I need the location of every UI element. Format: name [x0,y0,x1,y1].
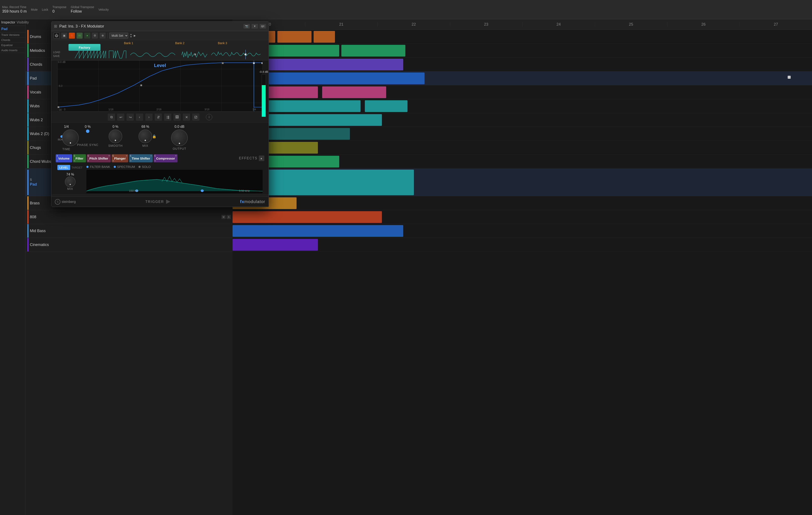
timeline-num-21: 21 [305,22,378,27]
preset-area: LOAD SAVE Factory Bank 1 Bank 2 Bank 3 [51,40,269,60]
effect-compressor-btn[interactable]: E ✕ Compressor S [154,154,177,162]
reset-btn[interactable]: ✕ [183,114,190,121]
timeline-num-24: 24 [522,22,595,27]
visibility-tab[interactable]: Visibility [17,21,29,24]
timeshifter-prefix: E [130,155,132,157]
next-tool-btn[interactable]: › [145,114,152,121]
inspector-chords[interactable]: Chords [0,37,25,43]
arr-block[interactable] [233,225,403,237]
compressor-close[interactable]: ✕ [175,155,177,157]
level-meter-container: -0.4 dB [259,70,269,125]
toolbar-btn-2[interactable]: ▣ [61,33,67,38]
waveform-preview-svg [58,50,263,59]
arr-track-chugs [233,141,812,155]
steinberg-icon: S [55,199,60,205]
arr-block[interactable] [233,239,318,251]
smooth-knob[interactable] [109,130,122,143]
mix-knob[interactable] [139,130,152,143]
flanger-close[interactable]: ✕ [126,155,127,157]
inspector-tab[interactable]: Inspector [1,21,16,24]
time-knob-dot [69,142,71,144]
x-label-2-16: 2/16 [156,108,161,111]
multiset-select[interactable]: Multi Set [109,33,128,38]
solo-btn-808[interactable]: S [227,215,231,219]
filter-bank-tab[interactable]: FILTER BANK [86,165,110,169]
redo-tool-btn[interactable]: ↪ [126,114,134,121]
toolbar-btn-read[interactable]: ● [84,33,90,38]
arr-handle[interactable] [788,76,791,79]
track-color-brass [27,196,29,210]
fx-text: fx [240,199,244,204]
output-value: 0.0 dB [175,125,184,128]
power-btn[interactable]: ⏻ [54,33,60,38]
arr-block[interactable] [233,211,382,223]
transpose-label: Transpose [53,5,66,9]
flanger-name: Flanger [114,156,126,160]
undo-tool-btn[interactable]: ↩ [117,114,124,121]
prev-tool-btn[interactable]: ‹ [136,114,143,121]
pitch-close[interactable]: ✕ [108,155,110,157]
plugin-qc-btn[interactable]: QC [260,24,266,29]
output-knob[interactable] [171,130,188,146]
effects-label-area: EFFECTS ▲ [239,155,264,161]
timeshifter-close[interactable]: ✕ [150,155,152,157]
arr-track-chords [233,58,812,71]
plugin-screenshot-btn[interactable]: 📷 [243,24,250,29]
mix-knob-container: 🔒 [139,130,152,143]
mix-lock-icon[interactable]: 🔒 [152,135,156,139]
effect-filter-btn[interactable]: E Filter S [73,154,86,162]
inspector-audio-inserts[interactable]: Audio Inserts [0,48,25,53]
flanger-s: S [112,160,114,162]
trigger-arrow[interactable] [166,200,170,204]
track-s-label: S [30,178,37,181]
track-color-drums [27,30,29,44]
output-control-group: 0.0 dB OUTPUT [169,125,190,150]
spectrum-svg [86,170,263,193]
solo-tab[interactable]: SOLO [139,165,151,169]
track-color-chordwubs [27,155,29,168]
spectrum-label: SPECTRUM [117,165,135,169]
toolbar-arrow-right[interactable]: ▶ [134,34,136,37]
effect-pitch-btn[interactable]: E ✕ Pitch Shifter S [87,154,111,162]
merge-tool-btn[interactable]: ⇶ [164,114,171,121]
inspector-equalizer[interactable]: Equalizer [0,43,25,48]
snapshot-btn[interactable]: 🖼 [173,114,181,121]
toolbar-btn-6[interactable]: ⊕ [99,33,106,38]
mute-btn-808[interactable]: M [222,215,226,219]
arr-block[interactable] [341,45,405,57]
phase-sync-group: 0 % PHASE SYNC [77,125,98,147]
multiset-arrows[interactable]: ▲ ▼ [130,33,132,38]
arr-block[interactable] [277,31,312,43]
x-label-0: 0 [64,108,65,111]
inspector-track-versions[interactable]: Track Versions [0,32,25,37]
level-btn[interactable]: LEVEL [57,165,70,170]
arr-track-melodics [233,44,812,58]
write-btn[interactable]: W [77,33,83,38]
time-knob[interactable] [62,130,79,146]
effect-timeshifter-btn[interactable]: E ✕ Time Shifter S [129,154,152,162]
effects-collapse-btn[interactable]: ▲ [259,155,264,161]
mix-bottom-knob[interactable] [65,176,76,187]
mix-knob-dot [144,140,146,141]
mix-knob-small-group: 74 % MIX [57,173,83,191]
arr-block[interactable] [314,31,335,43]
effect-volume-btn[interactable]: A Volume S [56,154,72,162]
spectrum-tab[interactable]: SPECTRUM [114,165,135,169]
output-knob-dot [179,143,180,144]
arr-block[interactable] [322,86,386,98]
svg-rect-16 [262,62,262,64]
track-cinematics: Cinematics [26,238,233,252]
split-tool-btn[interactable]: ⇵ [155,114,162,121]
effect-flanger-btn[interactable]: E ✕ Flanger S [112,154,128,162]
info-btn[interactable]: i [206,114,212,120]
record-btn[interactable]: R [69,33,75,38]
plugin-down-btn[interactable]: ▼ [252,24,258,29]
dice-btn[interactable]: ⚂ [192,114,200,121]
svg-rect-2 [245,54,246,55]
modulator-text: modulator [244,199,265,204]
timeshifter-name: Time Shifter [132,156,150,160]
toolbar-btn-5[interactable]: ⚙ [92,33,98,38]
copy-tool-btn[interactable]: ⧉ [108,114,115,121]
arr-track-vocals [233,85,812,99]
arr-block[interactable] [365,100,407,112]
